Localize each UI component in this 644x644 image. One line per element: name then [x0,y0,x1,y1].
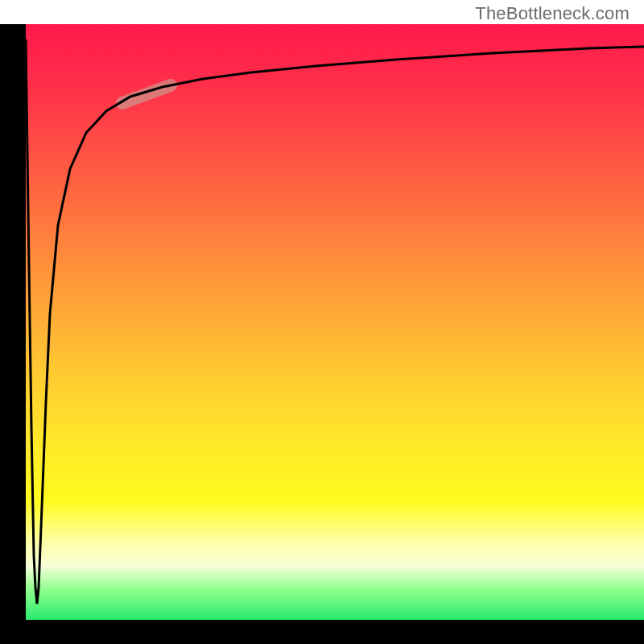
chart-svg [26,24,644,620]
chart-frame: TheBottleneck.com [0,0,644,644]
bottleneck-curve [26,40,644,604]
axis-bottom-bar [0,620,644,644]
watermark-text: TheBottleneck.com [475,3,630,24]
plot-area [26,24,644,620]
axis-left-bar [0,24,26,620]
